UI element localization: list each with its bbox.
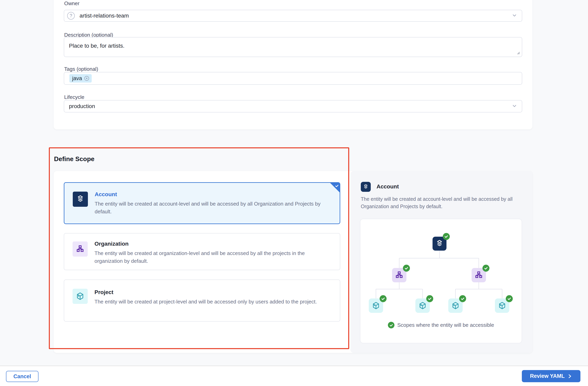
preview-title: Account [377,183,399,190]
check-badge-icon [426,295,433,302]
diagram-caption-text: Scopes where the entity will be accessib… [397,322,494,328]
cancel-button[interactable]: Cancel [6,371,39,382]
cube-icon [73,289,88,304]
diagram-caption: Scopes where the entity will be accessib… [360,322,522,328]
entity-create-page: Owner ? artist-relations-team Descriptio… [0,0,588,386]
help-circle-icon: ? [67,12,75,20]
scope-option-account[interactable]: Account The entity will be created at ac… [64,182,340,224]
layers-icon [361,182,371,192]
check-badge-icon [506,295,513,302]
tag-chip-label: java [72,75,82,82]
review-yaml-label: Review YAML [530,373,565,379]
circle-x-icon[interactable] [84,75,90,81]
scope-preview-panel: Account The entity will be created at ac… [350,171,532,353]
scope-option-title: Account [95,191,333,198]
entity-details-card: Owner ? artist-relations-team Descriptio… [54,0,532,129]
check-badge-icon [380,295,387,302]
preview-description: The entity will be created at account-le… [361,195,533,210]
owner-select[interactable]: ? artist-relations-team [64,10,522,22]
owner-label: Owner [64,0,80,7]
scope-hierarchy-diagram: Scopes where the entity will be accessib… [360,219,522,343]
define-scope-heading: Define Scope [54,155,94,163]
owner-value: artist-relations-team [80,13,129,19]
tags-input[interactable]: java [64,72,522,85]
check-badge-icon [443,233,450,240]
define-scope-card: Account The entity will be created at ac… [54,171,532,353]
review-yaml-button[interactable]: Review YAML [522,370,580,382]
scope-option-project[interactable]: Project The entity will be created at pr… [64,279,340,322]
layers-icon [73,192,88,207]
tree-organization-node [392,265,410,282]
check-icon [335,184,339,188]
scope-option-title: Organization [94,241,333,247]
tree-project-node [448,295,466,313]
check-badge-icon [403,265,410,272]
tree-account-node [433,233,450,251]
check-badge-icon [483,265,489,272]
tag-chip[interactable]: java [69,74,92,83]
footer-action-bar: Cancel Review YAML [0,366,588,386]
scope-option-description: The entity will be created at organizati… [94,249,333,265]
chevron-right-icon [567,374,572,379]
tree-project-node [415,295,433,313]
tree-project-node [495,295,513,313]
tree-project-node [369,295,387,313]
lifecycle-value: production [69,103,95,109]
description-textarea[interactable]: Place to be, for artists. [64,37,522,57]
scope-option-description: The entity will be created at project-le… [94,298,333,306]
check-badge-icon [459,295,466,302]
tree-organization-node [472,265,489,282]
check-badge-icon [388,322,395,328]
chevron-down-icon [511,12,517,19]
scope-option-title: Project [94,289,333,296]
scope-option-organization[interactable]: Organization The entity will be created … [64,233,340,270]
resize-handle-icon[interactable] [516,50,521,56]
lifecycle-select[interactable]: production [64,100,522,112]
tags-label: Tags (optional) [64,66,98,72]
scope-option-description: The entity will be created at account-le… [95,200,333,215]
lifecycle-label: Lifecycle [64,94,84,100]
chevron-down-icon [511,103,517,110]
org-chart-icon [73,241,88,257]
